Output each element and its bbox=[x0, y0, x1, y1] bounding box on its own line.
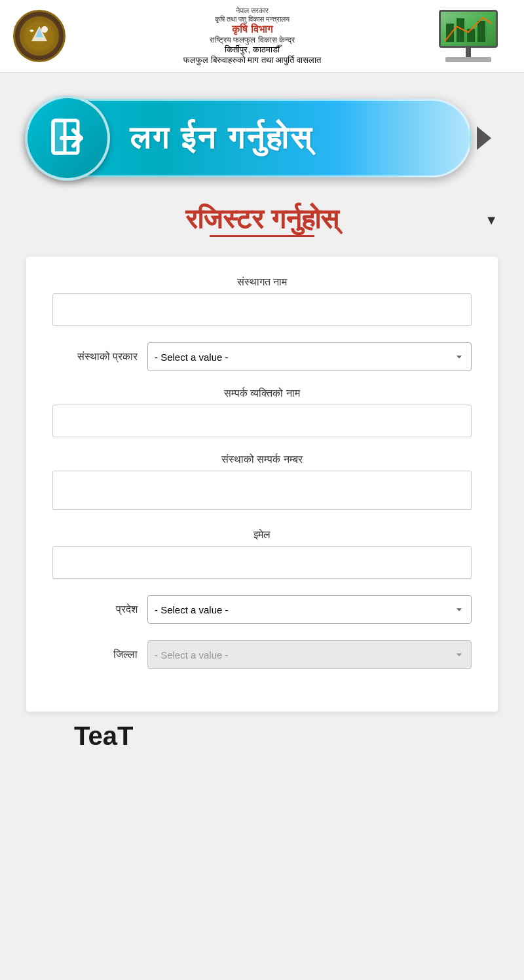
login-banner[interactable]: लग ईन गर्नुहोस् bbox=[26, 99, 472, 177]
keyboard bbox=[445, 57, 491, 62]
register-dropdown-arrow[interactable]: ▼ bbox=[485, 213, 498, 228]
contact-person-input[interactable] bbox=[52, 405, 472, 437]
form-container: संस्थागत नाम संस्थाको प्रकार - Select a … bbox=[26, 257, 498, 712]
institutional-name-field: संस्थागत नाम bbox=[52, 276, 472, 326]
svg-point-3 bbox=[41, 26, 48, 33]
district-label: जिल्ला bbox=[52, 649, 138, 661]
institution-type-select[interactable]: - Select a value - bbox=[147, 342, 472, 371]
monitor bbox=[439, 10, 498, 48]
institution-type-field: संस्थाको प्रकार - Select a value - bbox=[52, 342, 472, 371]
monitor-stand bbox=[466, 48, 471, 57]
footer-text: TeaT bbox=[74, 721, 133, 751]
header-line3: कृषि विभाग bbox=[79, 24, 426, 35]
login-arrow-right bbox=[477, 126, 491, 150]
header-line6: फलफुल बिरुवाहरुको माग तथा आपुर्ति वासलात bbox=[79, 55, 426, 65]
emblem-inner bbox=[20, 16, 59, 56]
register-text[interactable]: रजिस्टर गर्नुहोस् bbox=[26, 204, 498, 235]
institution-type-label: संस्थाको प्रकार bbox=[52, 351, 138, 363]
institutional-name-label: संस्थागत नाम bbox=[52, 276, 472, 288]
province-select[interactable]: - Select a value - bbox=[147, 595, 472, 624]
header-line1: नेपाल सरकार bbox=[79, 7, 426, 15]
email-label: इमेल bbox=[52, 529, 472, 541]
login-text: लग ईन गर्नुहोस् bbox=[110, 120, 333, 157]
header-line5: किर्तीपुर, काठमाडौँ bbox=[79, 45, 426, 55]
district-field: जिल्ला - Select a value - bbox=[52, 640, 472, 669]
email-input[interactable] bbox=[52, 546, 472, 579]
email-field: इमेल bbox=[52, 529, 472, 579]
header: नेपाल सरकार कृषि तथा पशु विकास मन्त्रालय… bbox=[0, 0, 524, 73]
province-field: प्रदेश - Select a value - bbox=[52, 595, 472, 624]
institutional-name-input[interactable] bbox=[52, 293, 472, 326]
register-section: रजिस्टर गर्नुहोस् ▼ bbox=[0, 191, 524, 244]
contact-number-field: संस्थाको सम्पर्क नम्बर bbox=[52, 454, 472, 513]
register-underline bbox=[210, 235, 314, 237]
contact-person-label: सम्पर्क व्यक्तिको नाम bbox=[52, 388, 472, 399]
province-label: प्रदेश bbox=[52, 604, 138, 615]
header-line4: राष्ट्रिय फलफुल विकास केन्द्र bbox=[79, 35, 426, 45]
header-text: नेपाल सरकार कृषि तथा पशु विकास मन्त्रालय… bbox=[79, 7, 426, 65]
login-banner-container: लग ईन गर्नुहोस् bbox=[0, 73, 524, 191]
contact-number-input[interactable] bbox=[52, 471, 472, 510]
contact-person-field: सम्पर्क व्यक्तिको नाम bbox=[52, 388, 472, 437]
computer-illustration bbox=[439, 10, 511, 62]
contact-number-label: संस्थाको सम्पर्क नम्बर bbox=[52, 454, 472, 465]
login-circle-icon bbox=[25, 96, 110, 181]
footer: TeaT bbox=[0, 738, 524, 751]
header-line2: कृषि तथा पशु विकास मन्त्रालय bbox=[79, 15, 426, 24]
nepal-emblem bbox=[13, 10, 66, 62]
district-select[interactable]: - Select a value - bbox=[147, 640, 472, 669]
